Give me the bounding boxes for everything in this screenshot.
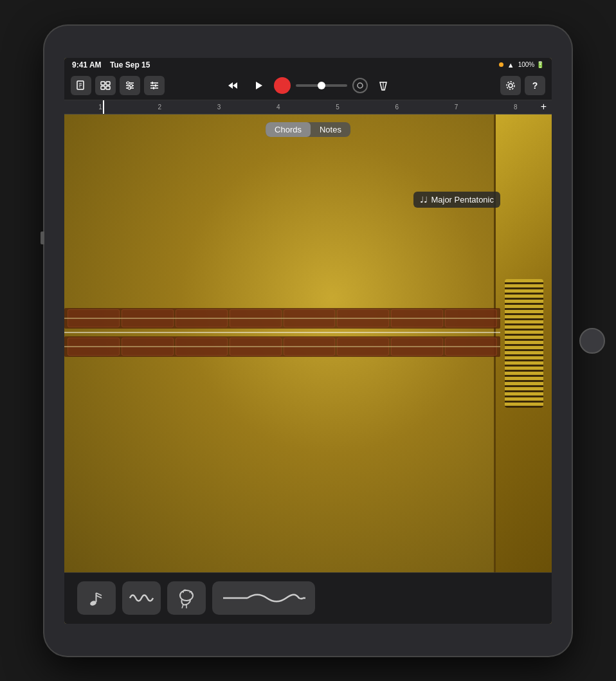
status-right: ▲ 100% 🔋	[499, 61, 544, 69]
string-row-1[interactable]	[64, 306, 500, 331]
metronome-button[interactable]	[373, 76, 394, 95]
gear-button[interactable]	[500, 76, 521, 95]
guitar-soundhole	[505, 279, 543, 408]
status-bar: 9:41 AM Tue Sep 15 ▲ 100% 🔋	[64, 58, 552, 72]
string-line-2	[64, 346, 500, 347]
ruler-mark-3: 3	[190, 104, 249, 111]
svg-marker-20	[228, 82, 233, 89]
time-text: 9:41 AM	[72, 60, 102, 69]
rewind-button[interactable]	[222, 76, 243, 95]
record-button[interactable]	[274, 77, 291, 94]
ruler-mark-4: 4	[249, 104, 308, 111]
ruler-mark-8: 8	[486, 104, 545, 111]
svg-point-13	[128, 87, 131, 89]
vibrato-button[interactable]	[122, 581, 161, 615]
volume-slider[interactable]	[296, 84, 347, 87]
ruler-mark-6: 6	[367, 104, 426, 111]
new-song-button[interactable]	[71, 76, 91, 95]
svg-point-12	[130, 84, 132, 87]
settings-button[interactable]	[144, 76, 165, 95]
svg-rect-4	[101, 82, 105, 85]
ruler-numbers: 1 2 3 4 5 6 7 8	[71, 104, 545, 111]
add-track-button[interactable]: +	[541, 101, 547, 113]
ruler-mark-1: 1	[71, 104, 130, 111]
scale-icon: ♩♩	[420, 195, 428, 204]
transport-controls	[222, 76, 394, 95]
svg-point-23	[358, 83, 363, 88]
mixer-button[interactable]	[120, 76, 140, 95]
chords-tab[interactable]: Chords	[266, 122, 311, 137]
play-button[interactable]	[248, 76, 269, 95]
string-row-2[interactable]	[64, 334, 500, 359]
home-button[interactable]	[579, 328, 605, 354]
tracks-button[interactable]	[95, 76, 116, 95]
svg-rect-7	[106, 86, 110, 89]
toolbar-right: ?	[500, 76, 545, 95]
wifi-icon: ▲	[507, 61, 514, 69]
svg-line-30	[96, 593, 102, 595]
side-button[interactable]	[41, 232, 44, 244]
guitar-strings[interactable]	[64, 305, 500, 382]
orange-dot-icon	[499, 62, 503, 67]
date-text: Tue Sep 15	[110, 60, 150, 69]
timeline-ruler: 1 2 3 4 5 6 7 8 +	[64, 100, 552, 114]
battery-icon: 100% 🔋	[518, 61, 544, 68]
svg-point-11	[127, 82, 129, 84]
svg-marker-21	[233, 82, 237, 89]
playhead	[103, 100, 104, 114]
scale-name: Major Pentatonic	[431, 195, 494, 204]
string-line-1	[64, 318, 500, 319]
svg-point-26	[509, 84, 512, 87]
chords-notes-toggle: Chords Notes	[266, 122, 350, 137]
guitar-body	[494, 114, 552, 572]
bottom-controls	[64, 572, 552, 624]
toolbar: ?	[64, 72, 552, 100]
svg-line-31	[96, 595, 102, 598]
svg-point-27	[507, 82, 514, 89]
help-button[interactable]: ?	[525, 76, 545, 95]
ruler-mark-5: 5	[308, 104, 367, 111]
ruler-mark-2: 2	[130, 104, 189, 111]
note-style-button[interactable]	[77, 581, 116, 615]
instrument-area[interactable]: Chords Notes ♩♩ Major Pentatonic	[64, 114, 552, 572]
svg-marker-22	[256, 82, 262, 89]
ruler-mark-7: 7	[427, 104, 486, 111]
scale-label[interactable]: ♩♩ Major Pentatonic	[413, 192, 500, 208]
loop-button[interactable]	[352, 78, 368, 93]
status-time: 9:41 AM Tue Sep 15	[72, 60, 150, 69]
string-separator-1	[64, 332, 500, 333]
svg-rect-6	[101, 86, 105, 89]
ipad-screen: 9:41 AM Tue Sep 15 ▲ 100% 🔋	[64, 58, 552, 624]
svg-rect-5	[106, 82, 110, 85]
svg-line-33	[182, 604, 183, 608]
ipad-frame: 9:41 AM Tue Sep 15 ▲ 100% 🔋	[44, 26, 572, 656]
notes-tab[interactable]: Notes	[311, 122, 350, 137]
bend-button[interactable]	[167, 581, 206, 615]
slide-button[interactable]	[212, 581, 315, 615]
